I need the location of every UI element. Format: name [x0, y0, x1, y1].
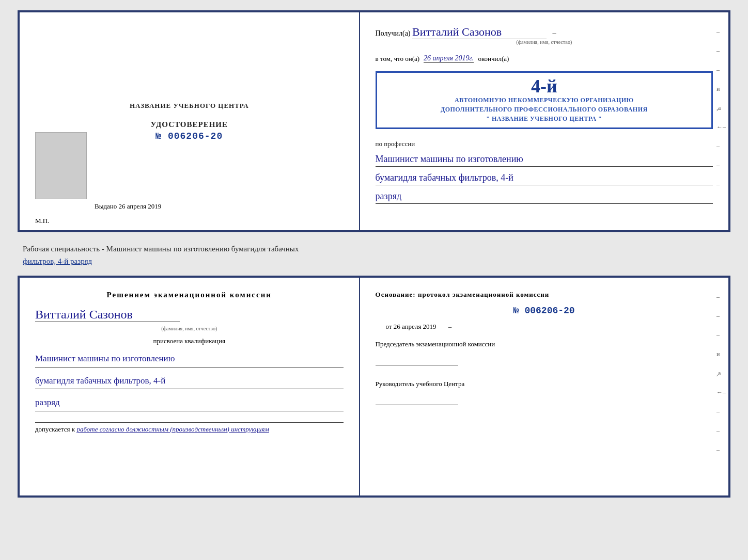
udost-label: УДОСТОВЕРЕНИЕ [151, 120, 228, 129]
ot-date-line: от 26 апреля 2019 – [386, 323, 713, 331]
bottom-right-panel: Основание: протокол экзаменационной коми… [360, 278, 728, 495]
qual-line3: разряд [35, 395, 344, 411]
osnov-text: Основание: протокол экзаменационной коми… [376, 291, 713, 299]
vydano-label: Выдано [95, 202, 117, 210]
certificate-bottom: Решением экаменационной комиссии Виттали… [18, 276, 730, 498]
vtom-date: 26 апреля 2019г. [424, 54, 474, 63]
center-title: НАЗВАНИЕ УЧЕБНОГО ЦЕНТРА [130, 102, 249, 110]
ot-label: от [386, 323, 392, 330]
fio-bottom-sublabel: (фамилия, имя, отчество) [35, 326, 344, 331]
qual-line2: бумагидля табачных фильтров, 4-й [35, 373, 344, 390]
certificate-top: НАЗВАНИЕ УЧЕБНОГО ЦЕНТРА УДОСТОВЕРЕНИЕ №… [18, 10, 730, 232]
recipient-name: Витталий Сазонов [412, 25, 547, 39]
fio-sub-label: (фамилия, имя, отчество) [376, 39, 713, 45]
cert-right-panel: Получил(а) Витталий Сазонов – (фамилия, … [360, 12, 728, 230]
stamp-number: 4-й [383, 77, 705, 95]
predsedatel-sign-line [376, 355, 458, 365]
middle-main: Рабочая специальность - Машинист машины … [23, 245, 299, 253]
bottom-left-panel: Решением экаменационной комиссии Виттали… [20, 278, 360, 495]
rukovoditel-sign-line [376, 395, 458, 405]
mp-label: М.П. [35, 217, 49, 225]
protocol-number: № 006206-20 [376, 306, 713, 316]
vydano-date: 26 апреля 2019 [119, 202, 162, 210]
cert-left-panel: НАЗВАНИЕ УЧЕБНОГО ЦЕНТРА УДОСТОВЕРЕНИЕ №… [20, 12, 360, 230]
profession-line3: разряд [376, 189, 713, 204]
resheniem-title: Решением экаменационной комиссии [35, 291, 344, 299]
okonchil-text: окончил(а) [478, 55, 509, 63]
right-dashes: – – – и ,а ←– – – – [716, 28, 726, 188]
vtom-line: в том, что он(а) 26 апреля 2019г. окончи… [376, 54, 713, 63]
photo-placeholder [35, 132, 87, 199]
poluchil-label: Получил(а) [376, 29, 411, 37]
profession-line2: бумагидля табачных фильтров, 4-й [376, 171, 713, 185]
stamp-line2: ДОПОЛНИТЕЛЬНОГО ПРОФЕССИОНАЛЬНОГО ОБРАЗО… [383, 105, 705, 114]
fio-bottom-line: Витталий Сазонов [35, 308, 344, 322]
vydano-line: Выдано 26 апреля 2019 [95, 202, 161, 211]
ot-date: 26 апреля 2019 [394, 323, 437, 330]
rukovoditel-text: Руководитель учебного Центра [376, 380, 713, 388]
middle-text: Рабочая специальность - Машинист машины … [18, 238, 730, 271]
profession-line1: Машинист машины по изготовлению [376, 152, 713, 167]
bottom-fio-name: Витталий Сазонов [35, 308, 180, 322]
prisvoen-label: присвоена квалификация [35, 337, 344, 345]
middle-underline: фильтров, 4-й разряд [23, 257, 92, 265]
dopusk-text: допускается к работе согласно должностны… [35, 422, 344, 434]
profession-label: по профессии [376, 140, 713, 148]
qual-line1: Машинист машины по изготовлению [35, 351, 344, 367]
dopusk-prefix: допускается к [35, 425, 75, 433]
vtom-label: в том, что он(а) [376, 55, 420, 63]
udost-number: № 006206-20 [155, 131, 223, 141]
predsedatel-text: Председатель экзаменационной комиссии [376, 340, 713, 348]
bottom-right-dashes: – – – и ,а ←– – – – [716, 293, 726, 454]
dopusk-italic: работе согласно должностным (производств… [76, 425, 269, 433]
poluchil-line: Получил(а) Витталий Сазонов – (фамилия, … [376, 25, 713, 45]
stamp-line3: " НАЗВАНИЕ УЧЕБНОГО ЦЕНТРА " [383, 114, 705, 123]
stamp-block: 4-й АВТОНОМНУЮ НЕКОММЕРЧЕСКУЮ ОРГАНИЗАЦИ… [376, 71, 713, 129]
stamp-line1: АВТОНОМНУЮ НЕКОММЕРЧЕСКУЮ ОРГАНИЗАЦИЮ [383, 95, 705, 105]
